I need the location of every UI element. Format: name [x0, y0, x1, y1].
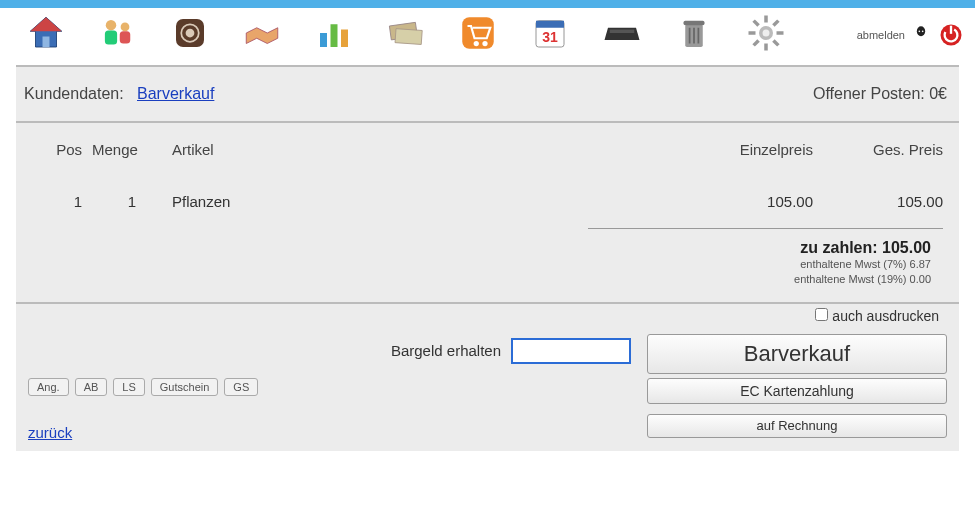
svg-rect-19	[536, 21, 564, 28]
people-icon	[97, 12, 139, 54]
svg-text:31: 31	[542, 29, 558, 45]
ab-button[interactable]: AB	[75, 378, 108, 396]
print-label[interactable]: auch ausdrucken	[832, 308, 939, 324]
rechnung-button[interactable]: auf Rechnung	[647, 414, 947, 438]
zu-zahlen-label: zu zahlen:	[800, 239, 877, 256]
kundendaten-label: Kundendaten:	[24, 85, 124, 102]
cash-input[interactable]	[511, 338, 631, 364]
nav-trash[interactable]	[658, 12, 730, 57]
totals-block: zu zahlen: 105.00 enthaltene Mwst (7%) 6…	[28, 229, 947, 302]
ls-button[interactable]: LS	[113, 378, 144, 396]
svg-point-38	[917, 26, 925, 36]
table-row: 1 1 Pflanzen 105.00 105.00	[28, 175, 947, 228]
cell-menge: 1	[92, 193, 172, 210]
svg-rect-29	[764, 16, 768, 23]
box-icon	[169, 12, 211, 54]
svg-rect-14	[395, 29, 422, 45]
line-items-table: Pos Menge Artikel Einzelpreis Ges. Preis…	[16, 123, 959, 302]
gutschein-button[interactable]: Gutschein	[151, 378, 219, 396]
top-accent-bar	[0, 0, 975, 8]
cash-label: Bargeld erhalten	[391, 342, 501, 359]
svg-point-9	[186, 29, 195, 38]
ec-button[interactable]: EC Kartenzahlung	[647, 378, 947, 404]
cell-einzel: 105.00	[683, 193, 813, 210]
svg-rect-33	[772, 19, 779, 26]
svg-point-17	[482, 41, 487, 46]
customer-row: Kundendaten: Barverkauf Offener Posten: …	[16, 67, 959, 121]
svg-rect-4	[105, 30, 117, 44]
trash-icon	[673, 12, 715, 54]
svg-point-16	[474, 41, 479, 46]
barverkauf-button[interactable]: Barverkauf	[647, 334, 947, 374]
svg-rect-11	[331, 24, 338, 47]
svg-rect-22	[610, 30, 635, 34]
svg-rect-30	[764, 44, 768, 51]
nav-deal[interactable]	[226, 12, 298, 57]
home-icon	[25, 12, 67, 54]
svg-rect-35	[752, 19, 759, 26]
cart-icon	[457, 12, 499, 54]
nav-calendar[interactable]: 31	[514, 12, 586, 57]
cash-icon	[385, 12, 427, 54]
nav-money[interactable]	[370, 12, 442, 57]
nav-drawer[interactable]	[586, 12, 658, 57]
svg-rect-10	[320, 33, 327, 47]
svg-rect-32	[777, 31, 784, 35]
col-einzel: Einzelpreis	[683, 141, 813, 158]
svg-rect-24	[684, 21, 705, 25]
col-menge: Menge	[92, 141, 172, 158]
nav-customers[interactable]	[82, 12, 154, 57]
offener-value: 0€	[929, 85, 947, 102]
svg-rect-1	[43, 37, 50, 48]
mini-button-row: Ang. AB LS Gutschein GS	[28, 378, 631, 396]
calendar-icon: 31	[529, 12, 571, 54]
svg-point-5	[121, 23, 130, 32]
svg-point-40	[922, 31, 924, 33]
offener-label: Offener Posten:	[813, 85, 925, 102]
cash-drawer-icon	[601, 12, 643, 54]
cell-pos: 1	[32, 193, 92, 210]
zu-zahlen-value: 105.00	[882, 239, 931, 256]
svg-point-39	[919, 31, 921, 33]
svg-rect-36	[772, 39, 779, 46]
cell-gesamt: 105.00	[813, 193, 943, 210]
svg-marker-2	[30, 17, 62, 31]
col-pos: Pos	[32, 141, 92, 158]
nav-settings[interactable]	[730, 12, 802, 57]
nav-home[interactable]	[10, 12, 82, 57]
back-link[interactable]: zurück	[28, 424, 72, 441]
cell-artikel: Pflanzen	[172, 193, 683, 210]
svg-rect-6	[120, 31, 131, 43]
logout-link[interactable]: abmelden	[857, 29, 905, 41]
col-gesamt: Ges. Preis	[813, 141, 943, 158]
print-checkbox[interactable]	[815, 308, 828, 321]
nav-stats[interactable]	[298, 12, 370, 57]
main-panel: Kundendaten: Barverkauf Offener Posten: …	[16, 65, 959, 451]
kundendaten-link[interactable]: Barverkauf	[137, 85, 214, 102]
svg-rect-34	[752, 39, 759, 46]
assistant-icon[interactable]	[911, 23, 931, 46]
vat-19: enthaltene Mwst (19%) 0.00	[28, 272, 931, 287]
table-header: Pos Menge Artikel Einzelpreis Ges. Preis	[28, 123, 947, 175]
svg-rect-31	[749, 31, 756, 35]
toolbar: 31 abmelden	[0, 8, 975, 65]
ang-button[interactable]: Ang.	[28, 378, 69, 396]
svg-point-37	[763, 30, 770, 37]
svg-point-3	[106, 20, 117, 31]
power-icon[interactable]	[937, 21, 965, 49]
svg-rect-12	[341, 30, 348, 48]
nav-product[interactable]	[154, 12, 226, 57]
gear-icon	[745, 12, 787, 54]
handshake-icon	[241, 12, 283, 54]
col-artikel: Artikel	[172, 141, 683, 158]
svg-rect-43	[950, 25, 952, 33]
nav-cart[interactable]	[442, 12, 514, 57]
chart-icon	[313, 12, 355, 54]
gs-button[interactable]: GS	[224, 378, 258, 396]
vat-7: enthaltene Mwst (7%) 6.87	[28, 257, 931, 272]
